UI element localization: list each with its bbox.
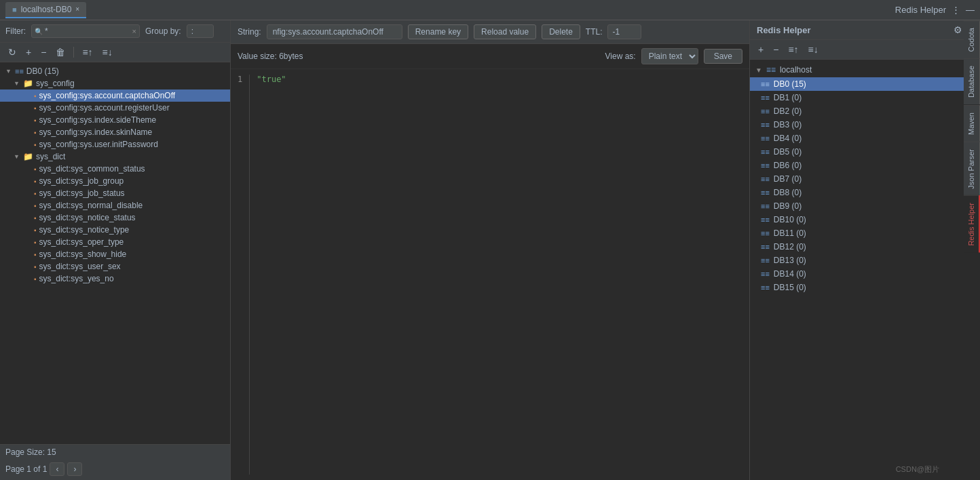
tab-localhost-db0[interactable]: ■ localhost-DB0 × xyxy=(5,2,86,18)
side-tab-codota[interactable]: Codota xyxy=(964,20,980,58)
filter-input[interactable] xyxy=(45,26,132,36)
db-item-9[interactable]: ≡≡ DB9 (0) xyxy=(750,199,980,213)
key-icon-notice-status: ▪ xyxy=(34,214,37,222)
db-item-13[interactable]: ≡≡ DB13 (0) xyxy=(750,254,980,267)
db-item-14[interactable]: ≡≡ DB14 (0) xyxy=(750,267,980,281)
key-label-job-status: sys_dict:sys_job_status xyxy=(39,188,125,198)
delete-key-button[interactable]: 🗑 xyxy=(53,45,68,59)
editor-content[interactable]: "true" xyxy=(257,75,286,475)
db-item-6[interactable]: ≡≡ DB6 (0) xyxy=(750,159,980,172)
db13-right-label: DB13 (0) xyxy=(774,256,806,265)
right-panel-title: Redis Helper xyxy=(757,25,810,35)
server-tree: ▼ ≡≡ localhost ≡≡ DB0 (15) ≡≡ DB1 (0) ≡≡… xyxy=(750,60,980,480)
tree-key-captcha[interactable]: ▪ sys_config:sys.account.captchaOnOff xyxy=(0,89,230,102)
db-item-0[interactable]: ≡≡ DB0 (15) xyxy=(750,77,980,91)
side-tab-redis-helper[interactable]: Redis Helper xyxy=(964,195,980,253)
right-remove-button[interactable]: − xyxy=(770,43,781,56)
tree-key-normal-disable[interactable]: ▪ sys_dict:sys_normal_disable xyxy=(0,199,230,212)
tree-key-skinname[interactable]: ▪ sys_config:sys.index.skinName xyxy=(0,126,230,138)
tree-key-common-status[interactable]: ▪ sys_dict:sys_common_status xyxy=(0,163,230,175)
tree-key-notice-status[interactable]: ▪ sys_dict:sys_notice_status xyxy=(0,212,230,224)
tree-key-user-sex[interactable]: ▪ sys_dict:sys_user_sex xyxy=(0,260,230,273)
save-button[interactable]: Save xyxy=(704,49,742,64)
folder-sys-dict-label: sys_dict xyxy=(36,152,65,161)
filter-clear-button[interactable]: × xyxy=(132,27,136,35)
tree-key-notice-type[interactable]: ▪ sys_dict:sys_notice_type xyxy=(0,224,230,236)
db4-right-label: DB4 (0) xyxy=(774,134,802,143)
tab-close-button[interactable]: × xyxy=(75,5,79,13)
tree-key-oper-type[interactable]: ▪ sys_dict:sys_oper_type xyxy=(0,236,230,248)
title-bar: ■ localhost-DB0 × Redis Helper ⋮ — xyxy=(0,0,980,20)
db-item-2[interactable]: ≡≡ DB2 (0) xyxy=(750,104,980,118)
tree-area: ▼ ≡≡ DB0 (15) ▼ 📁 sys_config ▪ sys_confi… xyxy=(0,62,230,444)
db-item-12[interactable]: ≡≡ DB12 (0) xyxy=(750,240,980,254)
db13-right-icon: ≡≡ xyxy=(761,256,770,264)
remove-key-button[interactable]: − xyxy=(38,45,49,59)
key-label-show-hide: sys_dict:sys_show_hide xyxy=(39,249,127,259)
key-label-skinname: sys_config:sys.index.skinName xyxy=(39,127,153,137)
prev-page-button[interactable]: ‹ xyxy=(50,462,64,476)
tree-key-job-group[interactable]: ▪ sys_dict:sys_job_group xyxy=(0,175,230,187)
key-label-register: sys_config:sys.account.registerUser xyxy=(39,103,170,113)
key-label-user-sex: sys_dict:sys_user_sex xyxy=(39,262,121,271)
minimize-icon[interactable]: — xyxy=(966,5,975,15)
right-sort-down-button[interactable]: ≡↓ xyxy=(806,43,821,56)
key-label-common: sys_dict:sys_common_status xyxy=(39,164,145,174)
db-item-3[interactable]: ≡≡ DB3 (0) xyxy=(750,118,980,132)
tree-key-job-status[interactable]: ▪ sys_dict:sys_job_status xyxy=(0,187,230,199)
key-icon-common: ▪ xyxy=(34,165,37,173)
group-by-input[interactable] xyxy=(187,24,214,38)
key-icon-sidetheme: ▪ xyxy=(34,117,37,124)
right-panel-header: Redis Helper ⚙ − xyxy=(750,20,980,40)
side-tab-json-parser[interactable]: Json Parser xyxy=(964,142,980,196)
tree-key-yes-no[interactable]: ▪ sys_dict:sys_yes_no xyxy=(0,273,230,285)
db6-right-label: DB6 (0) xyxy=(774,161,802,170)
db-item-11[interactable]: ≡≡ DB11 (0) xyxy=(750,226,980,240)
db-item-15[interactable]: ≡≡ DB15 (0) xyxy=(750,281,980,294)
next-page-button[interactable]: › xyxy=(67,462,82,476)
main-layout: Filter: 🔍 × Group by: ↻ + − 🗑 ≡↑ ≡↓ ▼ ≡≡ xyxy=(0,20,980,480)
more-options-icon[interactable]: ⋮ xyxy=(951,5,960,15)
settings-button[interactable]: ⚙ xyxy=(954,24,962,35)
db-item-7[interactable]: ≡≡ DB7 (0) xyxy=(750,172,980,186)
tree-key-initpwd[interactable]: ▪ sys_config:sys.user.initPassword xyxy=(0,138,230,151)
db-item-5[interactable]: ≡≡ DB5 (0) xyxy=(750,145,980,159)
view-as-select[interactable]: Plain text JSON HEX xyxy=(641,48,698,64)
db2-right-icon: ≡≡ xyxy=(761,107,770,115)
add-key-button[interactable]: + xyxy=(23,45,34,59)
page-nav: Page 1 of 1 ‹ › xyxy=(5,462,225,476)
key-icon-captcha: ▪ xyxy=(34,92,37,100)
db-item-10[interactable]: ≡≡ DB10 (0) xyxy=(750,213,980,226)
reload-value-button[interactable]: Reload value xyxy=(474,24,536,39)
refresh-button[interactable]: ↻ xyxy=(5,45,19,59)
tree-root-db0[interactable]: ▼ ≡≡ DB0 (15) xyxy=(0,65,230,77)
rename-key-button[interactable]: Rename key xyxy=(408,24,468,39)
side-tab-database[interactable]: Database xyxy=(964,58,980,104)
db10-right-icon: ≡≡ xyxy=(761,216,770,224)
tree-folder-sys-config[interactable]: ▼ 📁 sys_config xyxy=(0,77,230,89)
sort-asc-button[interactable]: ≡↑ xyxy=(79,45,95,59)
ttl-input[interactable] xyxy=(607,24,641,39)
line-number-1: 1 xyxy=(238,75,242,84)
server-localhost[interactable]: ▼ ≡≡ localhost xyxy=(750,62,980,77)
db15-right-icon: ≡≡ xyxy=(761,283,770,292)
db-item-8[interactable]: ≡≡ DB8 (0) xyxy=(750,186,980,199)
right-add-button[interactable]: + xyxy=(755,43,766,56)
key-icon-show-hide: ▪ xyxy=(34,251,37,258)
tree-key-register[interactable]: ▪ sys_config:sys.account.registerUser xyxy=(0,102,230,114)
tree-key-sidetheme[interactable]: ▪ sys_config:sys.index.sideTheme xyxy=(0,114,230,126)
tree-key-show-hide[interactable]: ▪ sys_dict:sys_show_hide xyxy=(0,248,230,260)
db7-right-icon: ≡≡ xyxy=(761,175,770,183)
delete-value-button[interactable]: Delete xyxy=(542,24,580,39)
db-item-4[interactable]: ≡≡ DB4 (0) xyxy=(750,132,980,145)
toolbar-separator xyxy=(73,47,74,58)
sort-desc-button[interactable]: ≡↓ xyxy=(100,45,115,59)
value-size: Value size: 6bytes xyxy=(238,52,303,61)
key-icon-register: ▪ xyxy=(34,104,37,112)
line-numbers: 1 xyxy=(238,75,250,475)
tree-folder-sys-dict[interactable]: ▼ 📁 sys_dict xyxy=(0,151,230,163)
db-item-1[interactable]: ≡≡ DB1 (0) xyxy=(750,91,980,104)
side-tab-maven[interactable]: Maven xyxy=(964,105,980,142)
right-sort-up-button[interactable]: ≡↑ xyxy=(785,43,801,56)
db0-right-icon: ≡≡ xyxy=(761,80,770,88)
